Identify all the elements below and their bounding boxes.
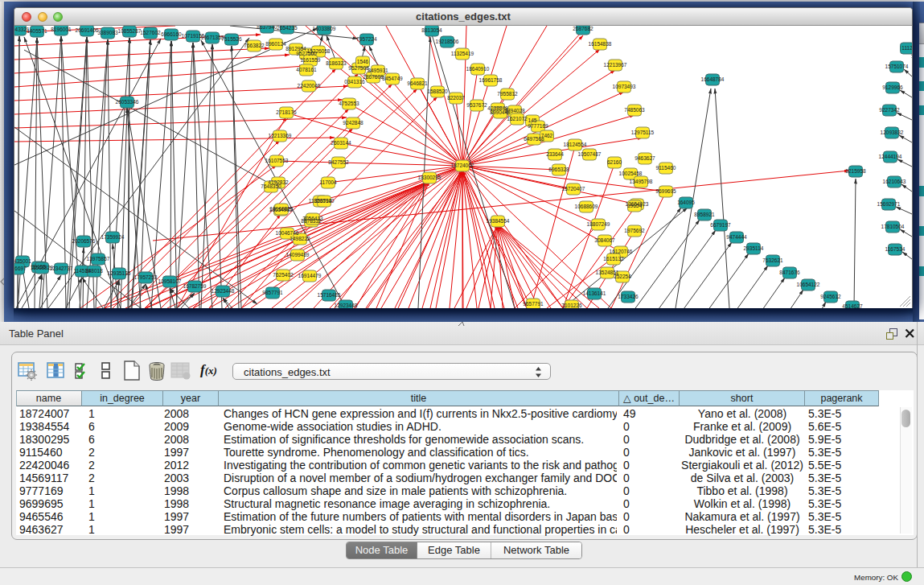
svg-text:8267110: 8267110 <box>314 198 335 204</box>
svg-text:12093832: 12093832 <box>881 130 904 135</box>
svg-text:7632621: 7632621 <box>762 257 783 263</box>
svg-text:1405571: 1405571 <box>27 28 47 34</box>
svg-text:10958107: 10958107 <box>158 278 182 284</box>
svg-text:2935114: 2935114 <box>744 245 764 251</box>
svg-text:12444194: 12444194 <box>879 154 902 159</box>
svg-text:16107553: 16107553 <box>265 158 289 163</box>
svg-text:2867608: 2867608 <box>363 74 384 80</box>
svg-text:12213369: 12213369 <box>269 133 292 138</box>
svg-text:7955812: 7955812 <box>497 91 518 97</box>
svg-text:18300295: 18300295 <box>418 175 441 180</box>
svg-text:12923448: 12923448 <box>211 288 235 294</box>
svg-text:9242848: 9242848 <box>343 120 363 126</box>
svg-text:14136141: 14136141 <box>583 290 606 296</box>
svg-text:1167534: 1167534 <box>885 246 906 252</box>
svg-text:9527508: 9527508 <box>348 65 369 71</box>
svg-text:1588520: 1588520 <box>427 89 448 94</box>
svg-text:1621072: 1621072 <box>507 116 528 122</box>
svg-text:9646821: 9646821 <box>407 80 428 86</box>
svg-text:6679197: 6679197 <box>710 222 731 228</box>
svg-text:10046746: 10046746 <box>276 230 299 236</box>
svg-text:7462: 7462 <box>541 133 553 138</box>
svg-text:10507487: 10507487 <box>578 151 602 157</box>
svg-text:15692971: 15692971 <box>877 201 901 207</box>
svg-text:7648350: 7648350 <box>261 183 281 189</box>
svg-text:26053346: 26053346 <box>116 99 139 105</box>
svg-text:117004: 117004 <box>319 179 337 185</box>
svg-text:1498222: 1498222 <box>290 236 310 241</box>
svg-text:0341316: 0341316 <box>344 79 365 84</box>
svg-text:4514627: 4514627 <box>842 303 863 308</box>
svg-text:9657791: 9657791 <box>523 301 544 307</box>
svg-text:9474444: 9474444 <box>726 234 747 240</box>
svg-text:9699695: 9699695 <box>655 188 676 194</box>
svg-text:20691406: 20691406 <box>76 27 99 33</box>
svg-text:6965328: 6965328 <box>548 167 569 172</box>
svg-text:12923448: 12923448 <box>335 303 358 308</box>
svg-text:8495931: 8495931 <box>368 68 388 73</box>
svg-text:17359924: 17359924 <box>101 234 125 240</box>
svg-text:145: 145 <box>528 117 537 123</box>
svg-text:7957224: 7957224 <box>356 36 377 42</box>
svg-text:2654235: 2654235 <box>277 26 298 31</box>
svg-text:8958921: 8958921 <box>694 212 715 217</box>
svg-text:13495798: 13495798 <box>630 179 653 184</box>
svg-text:3084067: 3084067 <box>594 237 615 243</box>
svg-text:1733426: 1733426 <box>618 294 639 299</box>
svg-text:435001: 435001 <box>14 258 31 264</box>
svg-text:16033809: 16033809 <box>313 26 336 31</box>
svg-text:6966160: 6966160 <box>161 31 182 37</box>
svg-text:848018: 848018 <box>85 268 103 274</box>
svg-text:1112: 1112 <box>901 45 912 51</box>
svg-text:4752553: 4752553 <box>339 101 359 106</box>
svg-text:9245612: 9245612 <box>820 294 841 299</box>
svg-text:4078161: 4078161 <box>296 67 317 72</box>
svg-text:8427552: 8427552 <box>328 159 349 165</box>
svg-text:17810504: 17810504 <box>881 224 905 229</box>
svg-text:8215958: 8215958 <box>845 168 866 174</box>
svg-text:16120746: 16120746 <box>610 249 633 254</box>
svg-text:1975692: 1975692 <box>624 228 645 233</box>
svg-text:1546: 1546 <box>357 59 369 64</box>
svg-text:15751074: 15751074 <box>885 64 909 69</box>
svg-text:11325419: 11325419 <box>451 51 474 56</box>
svg-text:18124554: 18124554 <box>564 142 587 147</box>
svg-text:1615132: 1615132 <box>603 256 624 262</box>
svg-text:8960124: 8960124 <box>265 41 286 47</box>
svg-text:12342737: 12342737 <box>50 266 73 271</box>
svg-text:9227342: 9227342 <box>879 107 900 113</box>
svg-text:16961758: 16961758 <box>479 77 503 83</box>
svg-text:9463627: 9463627 <box>634 155 655 161</box>
svg-text:19218506: 19218506 <box>436 39 459 44</box>
svg-text:164095: 164095 <box>677 200 695 205</box>
svg-text:7485063: 7485063 <box>624 107 645 113</box>
svg-text:16914479: 16914479 <box>298 273 322 278</box>
svg-text:10654122: 10654122 <box>797 282 820 287</box>
svg-text:7625402: 7625402 <box>273 272 294 278</box>
svg-text:15716485: 15716485 <box>318 292 341 298</box>
svg-text:15720407: 15720407 <box>562 186 585 192</box>
svg-text:6794028: 6794028 <box>504 108 525 113</box>
svg-text:8813054: 8813054 <box>421 27 442 33</box>
svg-text:14099489: 14099489 <box>286 252 310 257</box>
svg-text:62160: 62160 <box>607 159 622 165</box>
svg-text:15226058: 15226058 <box>307 48 331 54</box>
svg-text:18807249: 18807249 <box>587 221 610 227</box>
svg-text:8454749: 8454749 <box>382 76 403 81</box>
svg-text:18724007: 18724007 <box>451 163 474 168</box>
svg-text:9537672: 9537672 <box>466 102 487 108</box>
svg-text:8186323: 8186323 <box>326 60 347 66</box>
svg-text:2718176: 2718176 <box>276 109 297 115</box>
svg-text:252254: 252254 <box>614 274 631 279</box>
svg-text:8471676: 8471676 <box>779 270 800 275</box>
svg-text:18640910: 18640910 <box>466 66 490 72</box>
svg-text:16782759: 16782759 <box>183 283 207 289</box>
svg-text:233644: 233644 <box>546 151 564 157</box>
svg-text:12213967: 12213967 <box>604 62 627 68</box>
svg-text:20206576: 20206576 <box>72 238 96 244</box>
svg-text:2687682: 2687682 <box>573 26 593 31</box>
svg-text:7663822: 7663822 <box>244 43 265 48</box>
svg-text:16210643: 16210643 <box>883 179 906 184</box>
svg-text:916697: 916697 <box>14 266 27 271</box>
svg-text:10025458: 10025458 <box>619 171 643 176</box>
